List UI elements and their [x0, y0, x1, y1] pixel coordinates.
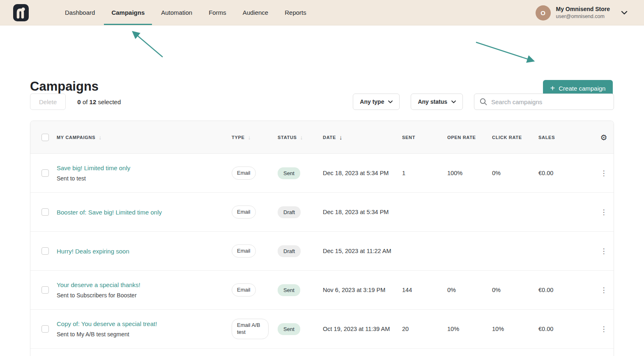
nav-item-reports[interactable]: Reports [276, 0, 315, 25]
date-cell: Dec 15, 2023 at 11:22 AM [323, 248, 402, 254]
store-name: My Omnisend Store [556, 5, 610, 13]
row-actions-kebab-icon[interactable]: ⋮ [600, 286, 607, 294]
nav-item-forms[interactable]: Forms [200, 0, 235, 25]
click-rate-cell: 0% [492, 287, 538, 293]
top-navigation-bar: Dashboard Campaigns Automation Forms Aud… [0, 0, 644, 25]
row-checkbox[interactable] [41, 286, 49, 294]
type-badge: Email [232, 283, 256, 297]
nav-item-automation[interactable]: Automation [153, 0, 200, 25]
sent-cell: 144 [402, 287, 447, 293]
nav-item-audience[interactable]: Audience [235, 0, 277, 25]
status-badge: Draft [278, 206, 301, 218]
search-input[interactable] [491, 98, 608, 105]
campaign-name-link[interactable]: Copy of: You deserve a special treat! [57, 320, 223, 327]
chevron-down-icon [451, 100, 456, 103]
campaign-subtitle: Sent to test [57, 175, 223, 182]
account-email: user@omnisend.com [556, 13, 610, 20]
row-checkbox[interactable] [41, 169, 49, 177]
click-rate-cell: 0% [492, 170, 538, 176]
account-menu[interactable]: O My Omnisend Store user@omnisend.com [536, 0, 628, 25]
row-actions-kebab-icon[interactable]: ⋮ [600, 325, 607, 333]
store-avatar: O [536, 5, 551, 21]
status-badge: Sent [278, 323, 300, 335]
table-row: Save big! Limited time only Sent to test… [30, 154, 614, 193]
open-rate-cell: 10% [447, 326, 492, 332]
main-nav: Dashboard Campaigns Automation Forms Aud… [57, 0, 315, 25]
type-badge: Email [232, 167, 256, 180]
column-header-my-campaigns[interactable]: My campaigns↓ [57, 134, 232, 141]
open-rate-cell: 0% [447, 287, 492, 293]
annotation-arrow-create-campaign [476, 42, 534, 61]
page-title: Campaigns [30, 79, 99, 94]
row-checkbox[interactable] [41, 247, 49, 255]
type-badge: Email A/B test [232, 319, 269, 339]
table-toolbar: Delete 0 of 12 selected Any type Any sta… [30, 94, 614, 110]
sort-arrow-icon: ↓ [300, 134, 304, 141]
nav-item-dashboard[interactable]: Dashboard [57, 0, 103, 25]
campaign-name-link[interactable]: Your deserve a special thanks! [57, 281, 223, 288]
table-header-row: My campaigns↓ Type↓ Status↓ Date↓ Sent O… [30, 121, 614, 154]
row-actions-kebab-icon[interactable]: ⋮ [600, 247, 607, 255]
campaign-name-link[interactable]: Hurry! Deals expiring soon [57, 248, 223, 255]
campaign-subtitle: Sent to Subscribers for Booster [57, 292, 223, 299]
column-header-type[interactable]: Type↓ [232, 134, 278, 141]
date-cell: Oct 19, 2023 at 11:39 AM [323, 326, 402, 332]
nav-item-campaigns[interactable]: Campaigns [103, 0, 153, 25]
table-row: Booster of: Save big! Limited time only … [30, 193, 614, 232]
sales-cell: €0.00 [538, 287, 594, 293]
date-cell: Nov 6, 2023 at 3:19 PM [323, 287, 402, 293]
select-all-checkbox[interactable] [41, 134, 49, 141]
sales-cell: €0.00 [538, 170, 594, 176]
campaigns-page: Campaigns + Create campaign Delete 0 of … [0, 25, 644, 356]
sort-arrow-active-icon: ↓ [339, 134, 343, 141]
annotation-arrow-campaigns-tab [133, 32, 163, 57]
column-header-date[interactable]: Date↓ [323, 134, 402, 141]
table-row: Hurry! Deals expiring soon Email Draft D… [30, 232, 614, 271]
chevron-down-icon [388, 100, 393, 103]
chevron-down-icon [621, 11, 628, 15]
status-filter-dropdown[interactable]: Any status [411, 94, 463, 110]
column-header-sales: Sales [538, 135, 594, 140]
omnisend-logo-icon[interactable] [13, 4, 29, 21]
row-actions-kebab-icon[interactable]: ⋮ [600, 169, 607, 177]
open-rate-cell: 100% [447, 170, 492, 176]
column-header-click-rate: Click rate [492, 135, 538, 140]
filters: Any type Any status [353, 94, 614, 110]
table-row: Your deserve a special thanks! Sent to S… [30, 271, 614, 310]
type-badge: Email [232, 205, 256, 219]
row-checkbox[interactable] [41, 208, 49, 216]
search-box [474, 94, 614, 110]
row-actions-kebab-icon[interactable]: ⋮ [600, 208, 607, 216]
click-rate-cell: 10% [492, 326, 538, 332]
column-header-open-rate: Open rate [447, 135, 492, 140]
type-filter-dropdown[interactable]: Any type [353, 94, 400, 110]
status-badge: Sent [278, 167, 300, 179]
type-badge: Email [232, 244, 256, 258]
sent-cell: 1 [402, 170, 447, 176]
sales-cell: €0.00 [538, 326, 594, 332]
table-settings-gear-icon[interactable]: ⚙ [600, 133, 607, 142]
table-row: Copy of: You deserve a special treat! Se… [30, 310, 614, 349]
campaigns-table: My campaigns↓ Type↓ Status↓ Date↓ Sent O… [30, 121, 614, 356]
column-header-status[interactable]: Status↓ [278, 134, 323, 141]
date-cell: Dec 18, 2023 at 5:34 PM [323, 209, 402, 215]
column-header-sent: Sent [402, 135, 447, 140]
sent-cell: 20 [402, 326, 447, 332]
plus-icon: + [550, 84, 555, 92]
campaign-name-link[interactable]: Booster of: Save big! Limited time only [57, 209, 223, 216]
sort-arrow-icon: ↓ [248, 134, 251, 141]
delete-button[interactable]: Delete [30, 94, 66, 110]
search-icon [480, 98, 487, 105]
campaign-subtitle: Sent to My A/B test segment [57, 331, 223, 338]
status-badge: Draft [278, 245, 301, 257]
selection-count: 0 of 12 selected [77, 98, 121, 105]
status-badge: Sent [278, 284, 300, 296]
date-cell: Dec 18, 2023 at 5:34 PM [323, 170, 402, 176]
row-checkbox[interactable] [41, 325, 49, 333]
campaign-name-link[interactable]: Save big! Limited time only [57, 164, 223, 171]
sort-arrow-icon: ↓ [99, 134, 102, 141]
